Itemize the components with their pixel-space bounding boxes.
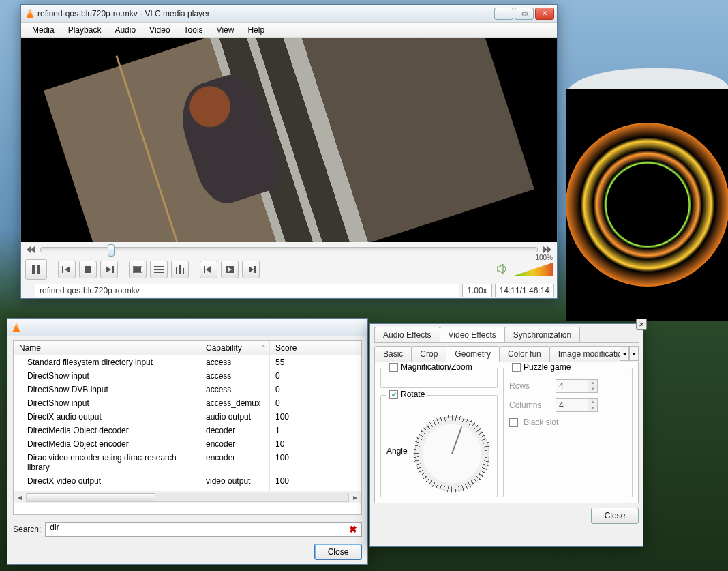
cell-name: DirectX video output [14,474,200,488]
seek-slider[interactable] [40,247,538,252]
vlc-cone-icon [25,9,35,18]
subtab-color-fun[interactable]: Color fun [499,346,550,362]
rotate-label: Rotate [401,390,425,399]
playback-speed[interactable]: 1.00x [462,284,491,297]
vlc-cone-icon [24,287,32,295]
spin-up-icon[interactable]: ▴ [588,399,597,405]
status-filename[interactable]: refined-qos-blu720p-ro.mkv [35,284,459,297]
cell-capability: encoder [200,437,270,451]
close-button[interactable]: Close [314,544,362,560]
tab-synchronization[interactable]: Synchronization [504,327,580,342]
skip-back-button[interactable] [200,261,217,278]
pause-button[interactable] [25,259,47,280]
svg-rect-3 [85,266,91,273]
subtab-geometry[interactable]: Geometry [446,346,500,362]
spin-down-icon[interactable]: ▾ [588,386,597,392]
cell-name: Dirac video encoder using dirac-research… [14,451,200,474]
tab-scroll-right-icon[interactable]: ▸ [629,346,639,361]
menu-video[interactable]: Video [142,24,177,36]
menu-playback[interactable]: Playback [61,24,108,36]
effects-window: ✕ Audio Effects Video Effects Synchroniz… [369,323,643,547]
scroll-left-icon[interactable]: ◂ [14,493,26,502]
tab-scroll-left-icon[interactable]: ◂ [620,346,629,361]
cell-score: 100 [270,410,361,424]
column-header-score[interactable]: Score [270,341,361,355]
stop-button[interactable] [79,261,97,278]
table-row[interactable]: DirectShow inputaccess0 [14,369,361,383]
seek-thumb[interactable] [108,244,115,257]
titlebar[interactable]: refined-qos-blu720p-ro.mkv - VLC media p… [21,5,557,23]
seek-forward-icon[interactable] [542,245,553,254]
column-header-capability[interactable]: Capability^ [200,341,270,355]
table-row[interactable]: DirectMedia Object decoderdecoder1 [14,424,361,437]
effects-tabstrip: Audio Effects Video Effects Synchronizat… [374,327,639,343]
table-row[interactable]: DirectX audio outputaudio output100 [14,410,361,424]
cell-score: 55 [270,355,361,369]
column-header-name[interactable]: Name [14,341,200,355]
puzzle-checkbox[interactable] [512,363,521,372]
table-row[interactable]: DirectX video outputvideo output100 [14,474,361,488]
spin-down-icon[interactable]: ▾ [588,405,597,411]
cell-capability: audio output [200,410,270,424]
cell-capability: access [200,355,270,369]
seek-back-icon[interactable] [25,245,36,254]
clear-search-icon[interactable]: ✖ [349,524,357,535]
video-effects-subtabs: Basic Crop Geometry Color fun Image modi… [374,346,639,362]
cell-capability: access [200,383,270,396]
skip-forward-button[interactable] [242,261,260,278]
next-button[interactable] [100,261,118,278]
rotate-checkbox[interactable]: ✔ [389,390,398,399]
speaker-icon[interactable] [497,264,508,276]
tab-video-effects[interactable]: Video Effects [440,327,505,342]
close-button[interactable]: ✕ [535,8,554,20]
playback-time[interactable]: 14:11/1:46:14 [495,284,554,297]
table-row[interactable]: DirectX 3D video outputvideo output50 [14,488,361,491]
volume-label: 100% [535,254,553,261]
menu-media[interactable]: Media [25,24,61,36]
cell-score: 100 [270,451,361,474]
maximize-button[interactable]: ▭ [515,8,534,20]
table-row[interactable]: Dirac video encoder using dirac-research… [14,451,361,474]
close-button[interactable]: Close [591,508,639,524]
angle-dial[interactable] [414,416,489,491]
subtab-basic[interactable]: Basic [374,346,412,362]
cell-name: DirectMedia Object decoder [14,424,200,437]
video-canvas[interactable] [21,38,557,242]
playlist-button[interactable] [150,261,168,278]
menu-tools[interactable]: Tools [177,24,210,36]
scrollbar-thumb[interactable] [27,493,155,501]
sort-indicator-icon: ^ [262,344,265,351]
svg-rect-9 [154,272,164,273]
tab-audio-effects[interactable]: Audio Effects [374,327,440,342]
frame-button[interactable] [221,261,239,278]
cell-score: 0 [270,396,361,410]
table-row[interactable]: DirectShow DVB inputaccess0 [14,383,361,396]
table-row[interactable]: DirectShow inputaccess_demux0 [14,396,361,410]
menu-audio[interactable]: Audio [108,24,142,36]
cell-capability: encoder [200,451,270,474]
cell-name: DirectMedia Object encoder [14,437,200,451]
columns-spinner[interactable]: ▴▾ [556,398,598,412]
menu-view[interactable]: View [210,24,241,36]
previous-button[interactable] [58,261,76,278]
equalizer-button[interactable] [171,261,189,278]
magnification-checkbox[interactable] [389,363,398,372]
cell-name: Standard filesystem directory input [14,355,200,369]
horizontal-scrollbar[interactable]: ◂ ▸ [14,491,361,503]
table-row[interactable]: Standard filesystem directory inputacces… [14,355,361,369]
rows-spinner[interactable]: ▴▾ [556,379,598,393]
subtab-crop[interactable]: Crop [411,346,446,362]
minimize-button[interactable]: — [494,8,513,20]
titlebar[interactable] [7,319,367,336]
table-row[interactable]: DirectMedia Object encoderencoder10 [14,437,361,451]
black-slot-checkbox[interactable] [509,418,518,427]
spin-up-icon[interactable]: ▴ [588,380,597,386]
fullscreen-button[interactable] [129,261,147,278]
scroll-right-icon[interactable]: ▸ [349,493,361,502]
cell-capability: decoder [200,424,270,437]
search-input[interactable]: dir ✖ [45,522,362,537]
volume-slider[interactable]: 100% [512,263,553,276]
svg-rect-11 [179,265,181,274]
menubar: Media Playback Audio Video Tools View He… [21,23,557,38]
menu-help[interactable]: Help [241,24,271,36]
